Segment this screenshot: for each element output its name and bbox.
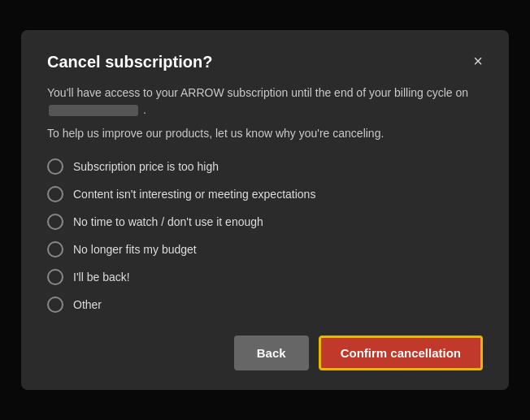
close-button[interactable]: ×	[473, 53, 483, 69]
list-item[interactable]: I'll be back!	[47, 269, 483, 285]
option-label-1: Subscription price is too high	[73, 160, 219, 173]
cancel-reason-prompt: To help us improve our products, let us …	[47, 125, 483, 142]
list-item[interactable]: No longer fits my budget	[47, 241, 483, 258]
subtitle-text-end: .	[143, 103, 146, 116]
back-button[interactable]: Back	[234, 336, 309, 370]
radio-button-3[interactable]	[47, 214, 63, 230]
list-item[interactable]: Content isn't interesting or meeting exp…	[47, 186, 483, 202]
modal-overlay: Cancel subscription? × You'll have acces…	[0, 0, 530, 420]
option-label-4: No longer fits my budget	[73, 243, 197, 256]
radio-button-6[interactable]	[47, 297, 63, 313]
option-label-6: Other	[73, 298, 102, 311]
radio-button-5[interactable]	[47, 269, 63, 285]
option-label-3: No time to watch / don't use it enough	[73, 215, 263, 228]
radio-button-1[interactable]	[47, 158, 63, 175]
list-item[interactable]: Other	[47, 297, 483, 313]
cancel-subscription-modal: Cancel subscription? × You'll have acces…	[21, 30, 509, 390]
list-item[interactable]: Subscription price is too high	[47, 158, 483, 175]
cancel-reason-options: Subscription price is too high Content i…	[47, 158, 483, 313]
modal-footer: Back Confirm cancellation	[47, 336, 483, 370]
option-label-2: Content isn't interesting or meeting exp…	[73, 188, 315, 201]
blurred-date	[49, 105, 138, 116]
subtitle-text-part1: You'll have access to your ARROW subscri…	[47, 86, 468, 99]
modal-subtitle: You'll have access to your ARROW subscri…	[47, 84, 483, 119]
confirm-cancellation-button[interactable]: Confirm cancellation	[319, 336, 483, 370]
radio-button-4[interactable]	[47, 241, 63, 258]
radio-button-2[interactable]	[47, 186, 63, 202]
list-item[interactable]: No time to watch / don't use it enough	[47, 214, 483, 230]
modal-header: Cancel subscription? ×	[47, 53, 483, 71]
option-label-5: I'll be back!	[73, 271, 130, 284]
modal-title: Cancel subscription?	[47, 53, 212, 71]
